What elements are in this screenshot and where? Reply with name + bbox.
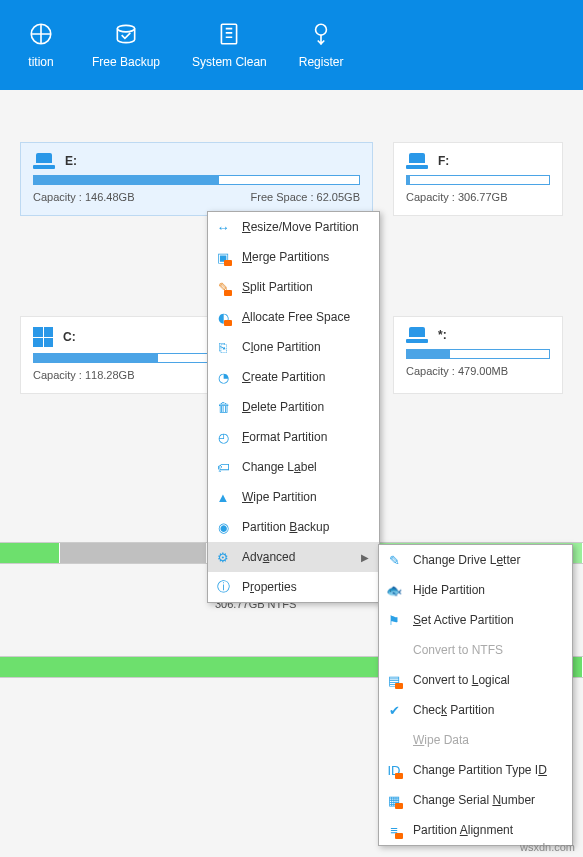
⚙-icon: ⚙ — [214, 548, 232, 566]
toolbar-system-clean[interactable]: System Clean — [176, 9, 283, 81]
pro-badge — [395, 773, 403, 779]
menu-item-label: Create Partition — [242, 370, 369, 384]
menu-item-label: Set Active Partition — [413, 613, 562, 627]
toolbar-partition[interactable]: tition — [6, 9, 76, 81]
submenu-item-change-partition-type-id[interactable]: IDChange Partition Type ID — [379, 755, 572, 785]
menu-item-create-partition[interactable]: ◔Create Partition — [208, 362, 379, 392]
menu-item-label: Allocate Free Space — [242, 310, 369, 324]
pro-badge — [395, 683, 403, 689]
usage-bar — [33, 175, 360, 185]
◴-icon: ◴ — [214, 428, 232, 446]
submenu-item-change-serial-number[interactable]: ▦Change Serial Number — [379, 785, 572, 815]
main-toolbar: tition Free Backup System Clean Register — [0, 0, 583, 90]
menu-item-label: Convert to Logical — [413, 673, 562, 687]
toolbar-label: tition — [28, 55, 53, 69]
backup-icon — [113, 21, 139, 47]
menu-item-label: Convert to NTFS — [413, 643, 562, 657]
svg-rect-2 — [222, 24, 237, 44]
capacity-text: Capacity : 118.28GB — [33, 369, 135, 381]
pro-badge — [395, 833, 403, 839]
submenu-item-check-partition[interactable]: ✔Check Partition — [379, 695, 572, 725]
svg-point-3 — [316, 24, 327, 35]
menu-item-label: Properties — [242, 580, 369, 594]
drive-letter: F: — [438, 154, 449, 168]
menu-item-delete-partition[interactable]: 🗑Delete Partition — [208, 392, 379, 422]
menu-item-label: Merge Partitions — [242, 250, 369, 264]
menu-item-label: Change Label — [242, 460, 369, 474]
◉-icon: ◉ — [214, 518, 232, 536]
🗑-icon: 🗑 — [214, 398, 232, 416]
menu-item-label: Delete Partition — [242, 400, 369, 414]
submenu-item-convert-to-logical[interactable]: ▤Convert to Logical — [379, 665, 572, 695]
clean-icon — [216, 21, 242, 47]
usage-bar — [406, 175, 550, 185]
▲-icon: ▲ — [214, 488, 232, 506]
menu-item-label: Check Partition — [413, 703, 562, 717]
partition-icon — [28, 21, 54, 47]
drive-icon — [33, 153, 55, 169]
⎘-icon: ⎘ — [214, 338, 232, 356]
drive-letter: *: — [438, 328, 447, 342]
◔-icon: ◔ — [214, 368, 232, 386]
pro-badge — [224, 260, 232, 266]
drive-icon — [406, 153, 428, 169]
menu-item-label: Partition Alignment — [413, 823, 562, 837]
menu-item-clone-partition[interactable]: ⎘Clone Partition — [208, 332, 379, 362]
✔-icon: ✔ — [385, 701, 403, 719]
menu-item-merge-partitions[interactable]: ▣Merge Partitions — [208, 242, 379, 272]
menu-item-advanced[interactable]: ⚙Advanced▶ — [208, 542, 379, 572]
🐟-icon: 🐟 — [385, 581, 403, 599]
menu-item-label: Change Serial Number — [413, 793, 562, 807]
submenu-item-change-drive-letter[interactable]: ✎Change Drive Letter — [379, 545, 572, 575]
partition-card-star[interactable]: *: Capacity : 479.00MB — [393, 316, 563, 394]
pro-badge — [224, 320, 232, 326]
toolbar-label: Register — [299, 55, 344, 69]
menu-item-resize-move-partition[interactable]: ↔Resize/Move Partition — [208, 212, 379, 242]
menu-item-allocate-free-space[interactable]: ◐Allocate Free Space — [208, 302, 379, 332]
🏷-icon: 🏷 — [214, 458, 232, 476]
submenu-item-convert-to-ntfs: Convert to NTFS — [379, 635, 572, 665]
context-menu: ↔Resize/Move Partition▣Merge Partitions✎… — [207, 211, 380, 603]
menu-item-label: Change Partition Type ID — [413, 763, 562, 777]
register-icon — [308, 21, 334, 47]
menu-item-label: Wipe Partition — [242, 490, 369, 504]
ⓘ-icon: ⓘ — [214, 578, 232, 596]
menu-item-label: Hide Partition — [413, 583, 562, 597]
menu-item-label: Wipe Data — [413, 733, 562, 747]
capacity-text: Capacity : 479.00MB — [406, 365, 508, 377]
⚑-icon: ⚑ — [385, 611, 403, 629]
toolbar-label: System Clean — [192, 55, 267, 69]
free-space-text: Free Space : 62.05GB — [251, 191, 360, 203]
✎-icon: ✎ — [385, 551, 403, 569]
blank-icon — [385, 641, 403, 659]
menu-item-label: Format Partition — [242, 430, 369, 444]
advanced-submenu: ✎Change Drive Letter🐟Hide Partition⚑Set … — [378, 544, 573, 846]
menu-item-label: Advanced — [242, 550, 351, 564]
submenu-arrow-icon: ▶ — [361, 552, 369, 563]
toolbar-register[interactable]: Register — [283, 9, 360, 81]
menu-item-label: Partition Backup — [242, 520, 369, 534]
toolbar-free-backup[interactable]: Free Backup — [76, 9, 176, 81]
capacity-text: Capacity : 146.48GB — [33, 191, 135, 203]
menu-item-label: Change Drive Letter — [413, 553, 562, 567]
menu-item-format-partition[interactable]: ◴Format Partition — [208, 422, 379, 452]
usage-bar — [406, 349, 550, 359]
menu-item-label: Resize/Move Partition — [242, 220, 369, 234]
toolbar-label: Free Backup — [92, 55, 160, 69]
menu-item-partition-backup[interactable]: ◉Partition Backup — [208, 512, 379, 542]
menu-item-label: Split Partition — [242, 280, 369, 294]
pro-badge — [224, 290, 232, 296]
windows-icon — [33, 327, 53, 347]
submenu-item-hide-partition[interactable]: 🐟Hide Partition — [379, 575, 572, 605]
menu-item-properties[interactable]: ⓘProperties — [208, 572, 379, 602]
submenu-item-wipe-data: Wipe Data — [379, 725, 572, 755]
menu-item-change-label[interactable]: 🏷Change Label — [208, 452, 379, 482]
menu-item-label: Clone Partition — [242, 340, 369, 354]
menu-item-split-partition[interactable]: ✎Split Partition — [208, 272, 379, 302]
submenu-item-set-active-partition[interactable]: ⚑Set Active Partition — [379, 605, 572, 635]
partition-card-f[interactable]: F: Capacity : 306.77GB — [393, 142, 563, 216]
svg-point-1 — [117, 25, 134, 31]
menu-item-wipe-partition[interactable]: ▲Wipe Partition — [208, 482, 379, 512]
blank-icon — [385, 731, 403, 749]
partition-card-e[interactable]: E: Capacity : 146.48GB Free Space : 62.0… — [20, 142, 373, 216]
